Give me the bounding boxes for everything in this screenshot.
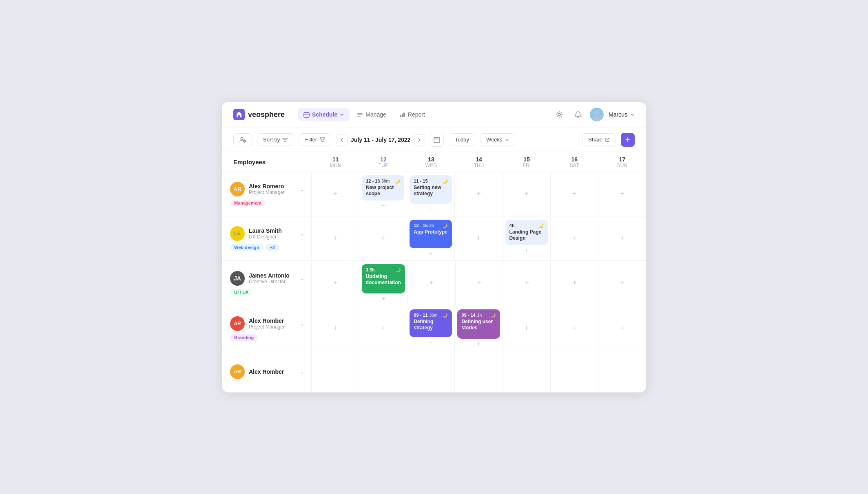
expand-4[interactable]: ⌄ bbox=[300, 368, 305, 375]
calendar-button[interactable] bbox=[430, 133, 444, 147]
task-title-0-2: Setting new strategy bbox=[414, 185, 448, 197]
day-cell-0-2: 11 - 15 🌙 Setting new strategy + bbox=[407, 172, 455, 216]
svg-rect-3 bbox=[403, 112, 405, 117]
user-avatar bbox=[590, 108, 604, 121]
sort-by-label: Sort by bbox=[263, 137, 280, 143]
add-task-0-1-below[interactable]: + bbox=[362, 202, 404, 210]
app-window: veosphere Schedule Manage Report bbox=[222, 102, 646, 393]
date-range: July 11 - July 17, 2022 bbox=[351, 137, 410, 143]
add-task-1-2-below[interactable]: + bbox=[410, 250, 452, 257]
employee-row-0: AR Alex Romero Project Manager ⌄ Managem… bbox=[222, 172, 646, 216]
task-title-3-2: Defining strategy bbox=[414, 319, 448, 331]
add-task-0-2-below[interactable]: + bbox=[410, 205, 452, 213]
emp-name-4: Alex Romber bbox=[249, 368, 284, 375]
task-time-2-1: 3.5h bbox=[366, 267, 375, 272]
add-task-3-3-below[interactable]: + bbox=[457, 340, 500, 348]
expand-1[interactable]: ⌄ bbox=[300, 230, 305, 237]
avatar-1: LS bbox=[230, 226, 245, 241]
day-header-3: 14 THU bbox=[455, 152, 503, 172]
day-num-0: 11 bbox=[312, 156, 359, 163]
add-task-2-5[interactable]: + bbox=[553, 264, 596, 302]
day-num-4: 15 bbox=[503, 156, 551, 163]
add-task-2-6[interactable]: + bbox=[601, 264, 644, 302]
employee-row-1: LS Laura Smith UX Designer ⌄ Web design … bbox=[222, 216, 646, 261]
task-card-2-1[interactable]: 3.5h 🌙 Updating documentation bbox=[362, 264, 405, 293]
add-task-1-5[interactable]: + bbox=[553, 220, 596, 257]
svg-rect-2 bbox=[402, 114, 403, 117]
avatar-4: AR bbox=[230, 364, 245, 379]
task-dur-0-1: 30m bbox=[381, 179, 390, 183]
day-cell-3-3: 09 - 14 1h 🌙 Defining user stories + bbox=[455, 306, 503, 351]
today-button[interactable]: Today bbox=[449, 133, 475, 146]
nav-report-label: Report bbox=[408, 111, 425, 118]
day-label-6: SUN bbox=[617, 163, 627, 168]
add-icon: + bbox=[625, 135, 631, 145]
emp-role-1: UX Designer bbox=[249, 234, 282, 240]
expand-3[interactable]: ⌄ bbox=[300, 320, 305, 327]
task-card-1-2[interactable]: 12 - 15 2h 🌙 App Prototype bbox=[410, 220, 452, 248]
add-task-1-4-below[interactable]: + bbox=[505, 247, 548, 254]
task-card-1-4[interactable]: 4h 🌙 Landing Page Design bbox=[505, 220, 548, 245]
next-week-button[interactable] bbox=[414, 134, 425, 146]
add-task-1-6[interactable]: + bbox=[601, 220, 644, 257]
nav-report[interactable]: Report bbox=[394, 108, 431, 121]
notifications-button[interactable] bbox=[571, 108, 585, 121]
day-num-1: 12 bbox=[359, 156, 407, 163]
add-task-2-1-below[interactable]: + bbox=[362, 295, 405, 302]
add-task-2-4[interactable]: + bbox=[506, 264, 548, 302]
add-task-2-3[interactable]: + bbox=[458, 264, 500, 302]
day-label-4: FRI bbox=[523, 163, 530, 168]
add-task-3-0[interactable]: + bbox=[314, 309, 356, 348]
share-button[interactable]: Share bbox=[582, 133, 616, 146]
add-task-2-2[interactable]: + bbox=[410, 264, 453, 302]
add-task-0-3[interactable]: + bbox=[457, 175, 500, 213]
day-cell-0-4: + bbox=[503, 172, 551, 216]
avatar-2: JA bbox=[230, 271, 245, 286]
employee-info-1: LS Laura Smith UX Designer ⌄ Web design … bbox=[222, 216, 312, 260]
nav-schedule[interactable]: Schedule bbox=[298, 108, 350, 121]
expand-2[interactable]: ⌄ bbox=[300, 275, 305, 282]
employees-header: Employees bbox=[222, 152, 312, 172]
day-cell-4-1 bbox=[359, 351, 407, 392]
nav-manage[interactable]: Manage bbox=[351, 108, 392, 121]
settings-button[interactable] bbox=[552, 108, 566, 121]
task-card-0-2[interactable]: 11 - 15 🌙 Setting new strategy bbox=[410, 175, 452, 204]
day-cell-0-6: + bbox=[598, 172, 646, 216]
task-title-2-1: Updating documentation bbox=[366, 273, 401, 286]
filter-button[interactable]: Filter bbox=[299, 133, 331, 146]
add-task-0-0[interactable]: + bbox=[314, 175, 356, 213]
people-filter-button[interactable] bbox=[233, 133, 252, 146]
add-task-2-0[interactable]: + bbox=[314, 264, 356, 302]
task-card-3-3[interactable]: 09 - 14 1h 🌙 Defining user stories bbox=[457, 309, 500, 339]
day-header-4: 15 FRI bbox=[503, 152, 551, 172]
task-card-3-2[interactable]: 09 - 11 30m 🌙 Defining strategy bbox=[410, 309, 452, 337]
expand-0[interactable]: ⌄ bbox=[300, 186, 305, 192]
add-task-0-5[interactable]: + bbox=[553, 175, 596, 213]
day-cell-1-2: 12 - 15 2h 🌙 App Prototype + bbox=[407, 216, 455, 260]
day-label-3: THU bbox=[474, 163, 484, 168]
user-menu-button[interactable]: Marcus bbox=[609, 111, 635, 118]
user-name: Marcus bbox=[609, 111, 627, 118]
add-task-1-0[interactable]: + bbox=[314, 220, 356, 257]
grid-header: Employees 11 MON 12 TUE 13 WED 14 THU 15… bbox=[222, 152, 646, 172]
add-task-3-6[interactable]: + bbox=[601, 309, 644, 348]
add-task-3-5[interactable]: + bbox=[553, 309, 596, 348]
add-task-3-2-below[interactable]: + bbox=[410, 339, 452, 346]
add-button[interactable]: + bbox=[621, 133, 635, 147]
add-task-1-3[interactable]: + bbox=[457, 220, 500, 257]
add-task-0-4[interactable]: + bbox=[505, 175, 548, 213]
add-task-3-4[interactable]: + bbox=[505, 309, 548, 348]
weeks-button[interactable]: Weeks bbox=[480, 133, 515, 146]
task-card-0-1[interactable]: 12 - 13 30m 🌙 New project scope bbox=[362, 175, 404, 201]
emp-role-3: Project Manager bbox=[249, 324, 285, 330]
add-task-0-6[interactable]: + bbox=[601, 175, 644, 213]
day-cell-4-2 bbox=[407, 351, 455, 392]
employee-info-0: AR Alex Romero Project Manager ⌄ Managem… bbox=[222, 172, 312, 216]
day-cell-1-6: + bbox=[598, 216, 646, 260]
add-task-1-1[interactable]: + bbox=[362, 220, 404, 257]
add-task-3-1[interactable]: + bbox=[362, 309, 404, 348]
prev-week-button[interactable] bbox=[336, 134, 348, 146]
sort-by-button[interactable]: Sort by bbox=[257, 133, 294, 146]
emp-name-2: James Antonio bbox=[249, 272, 290, 279]
day-cell-0-0: + bbox=[312, 172, 359, 216]
